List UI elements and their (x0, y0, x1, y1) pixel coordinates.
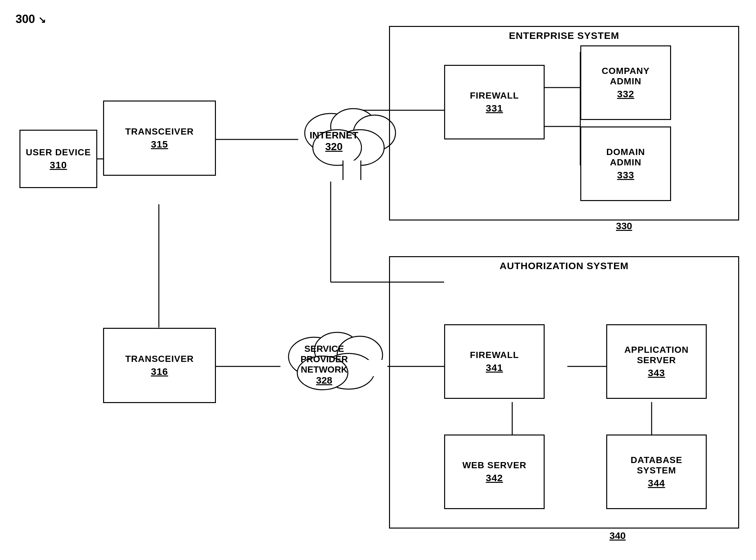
svg-rect-19 (343, 161, 361, 180)
app-server-box: APPLICATION SERVER 343 (606, 324, 707, 399)
transceiver-316-box: TRANSCEIVER 316 (103, 328, 216, 403)
internet-label: INTERNET 320 (308, 130, 360, 153)
auth-system-number: 340 (610, 530, 626, 541)
company-admin-box: COMPANY ADMIN 332 (580, 45, 671, 120)
service-provider-label: SERVICE PROVIDER NETWORK 328 (282, 344, 366, 386)
auth-system-title: AUTHORIZATION SYSTEM (390, 260, 738, 272)
web-server-box: WEB SERVER 342 (444, 435, 545, 509)
enterprise-system-number: 330 (616, 220, 632, 232)
svg-rect-28 (365, 360, 387, 376)
enterprise-system-title: ENTERPRISE SYSTEM (390, 30, 738, 41)
transceiver-315-box: TRANSCEIVER 315 (103, 101, 216, 176)
diagram-ref: 300 ↘ (16, 12, 46, 26)
database-box: DATABASE SYSTEM 344 (606, 435, 707, 509)
user-device-box: USER DEVICE 310 (19, 130, 97, 188)
enterprise-system-box: ENTERPRISE SYSTEM (389, 26, 739, 220)
firewall-331-box: FIREWALL 331 (444, 65, 545, 139)
firewall-341-box: FIREWALL 341 (444, 324, 545, 399)
domain-admin-box: DOMAIN ADMIN 333 (580, 126, 671, 201)
diagram: 300 ↘ (0, 0, 756, 560)
